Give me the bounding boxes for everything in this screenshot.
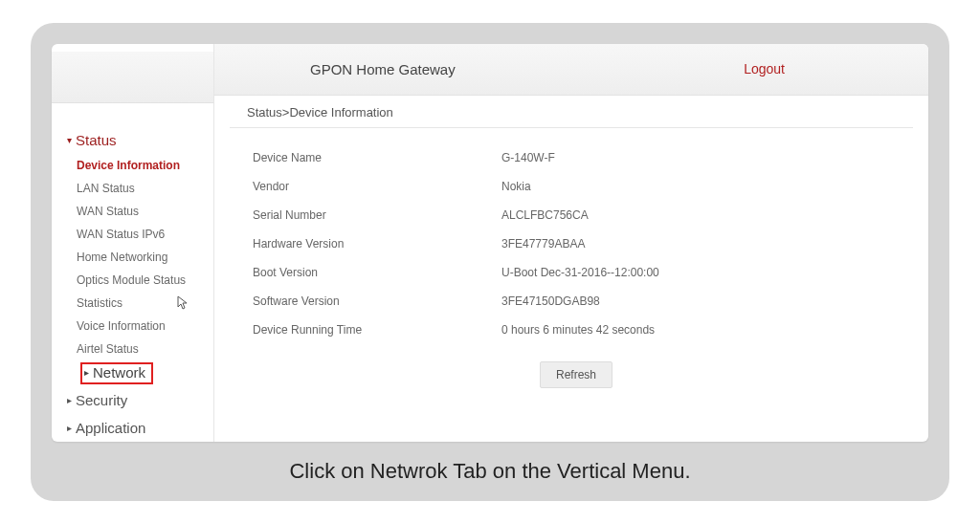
info-label: Device Name bbox=[253, 151, 501, 164]
info-row: Device Running Time0 hours 6 minutes 42 … bbox=[253, 323, 928, 337]
logout-link[interactable]: Logout bbox=[744, 61, 900, 76]
info-label: Device Running Time bbox=[253, 323, 501, 337]
info-value: 3FE47150DGAB98 bbox=[501, 294, 928, 308]
nav-item-wan-status-ipv6[interactable]: WAN Status IPv6 bbox=[77, 223, 213, 246]
info-label: Software Version bbox=[253, 294, 501, 308]
info-row: Hardware Version3FE47779ABAA bbox=[253, 237, 928, 251]
caret-right-icon: ▸ bbox=[84, 367, 89, 378]
info-value: G-140W-F bbox=[501, 151, 928, 164]
info-row: Software Version3FE47150DGAB98 bbox=[253, 294, 928, 308]
nav-item-home-networking[interactable]: Home Networking bbox=[77, 246, 213, 269]
info-row: VendorNokia bbox=[253, 180, 928, 193]
nav-section-application[interactable]: ▸ Application bbox=[67, 414, 213, 442]
instruction-caption: Click on Netwrok Tab on the Vertical Men… bbox=[52, 442, 928, 484]
device-info-table: Device NameG-140W-F VendorNokia Serial N… bbox=[214, 128, 928, 388]
header-bar: GPON Home Gateway Logout bbox=[214, 44, 928, 96]
caret-right-icon: ▸ bbox=[67, 423, 72, 433]
page-title: GPON Home Gateway bbox=[243, 61, 744, 77]
nav-section-application-label: Application bbox=[76, 420, 145, 436]
info-label: Vendor bbox=[253, 180, 501, 193]
info-value: U-Boot Dec-31-2016--12:00:00 bbox=[501, 266, 928, 279]
router-admin-panel: ▾ Status Device Information LAN Status W… bbox=[52, 44, 928, 442]
info-label: Hardware Version bbox=[253, 237, 501, 251]
info-row: Device NameG-140W-F bbox=[253, 151, 928, 164]
nav-item-lan-status[interactable]: LAN Status bbox=[77, 177, 213, 200]
nav-section-status[interactable]: ▾ Status bbox=[67, 126, 213, 154]
info-value: Nokia bbox=[501, 180, 928, 193]
nav-item-statistics[interactable]: Statistics bbox=[77, 292, 213, 315]
nav-section-security[interactable]: ▸ Security bbox=[67, 386, 213, 414]
nav-item-voice-information[interactable]: Voice Information bbox=[77, 315, 213, 338]
info-row: Serial NumberALCLFBC756CA bbox=[253, 208, 928, 222]
nav-item-device-information[interactable]: Device Information bbox=[77, 154, 213, 177]
nav-section-status-label: Status bbox=[76, 132, 117, 148]
sidebar-logo-area bbox=[52, 52, 213, 103]
nav-section-security-label: Security bbox=[76, 392, 127, 408]
caret-down-icon: ▾ bbox=[67, 135, 72, 145]
sidebar: ▾ Status Device Information LAN Status W… bbox=[52, 44, 214, 442]
caret-right-icon: ▸ bbox=[67, 395, 72, 405]
info-value: 0 hours 6 minutes 42 seconds bbox=[501, 323, 928, 337]
refresh-button[interactable]: Refresh bbox=[540, 361, 612, 388]
breadcrumb: Status>Device Information bbox=[230, 96, 913, 128]
nav-section-network-highlighted[interactable]: ▸ Network bbox=[80, 362, 153, 384]
info-value: ALCLFBC756CA bbox=[501, 208, 928, 222]
nav-item-optics-module-status[interactable]: Optics Module Status bbox=[77, 269, 213, 292]
info-label: Serial Number bbox=[253, 208, 501, 222]
outer-card: ▾ Status Device Information LAN Status W… bbox=[31, 23, 949, 501]
main-content: GPON Home Gateway Logout Status>Device I… bbox=[214, 44, 928, 442]
info-value: 3FE47779ABAA bbox=[501, 237, 928, 251]
nav-item-wan-status[interactable]: WAN Status bbox=[77, 200, 213, 223]
info-row: Boot VersionU-Boot Dec-31-2016--12:00:00 bbox=[253, 266, 928, 279]
nav-section-network-label: Network bbox=[93, 364, 145, 381]
info-label: Boot Version bbox=[253, 266, 501, 279]
nav-status-submenu: Device Information LAN Status WAN Status… bbox=[67, 154, 213, 360]
nav-item-airtel-status[interactable]: Airtel Status bbox=[77, 338, 213, 360]
